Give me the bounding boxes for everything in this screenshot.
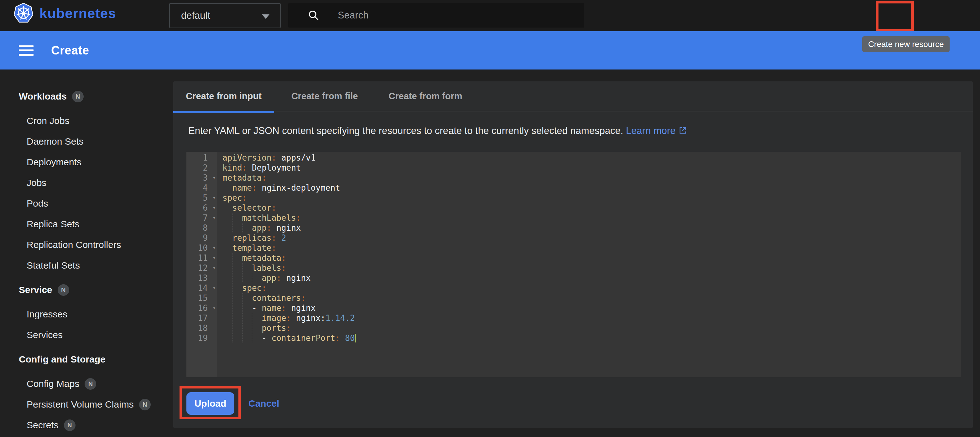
instruction-text: Enter YAML or JSON content specifying th… [188, 125, 687, 136]
sidebar-item-daemon-sets[interactable]: Daemon Sets [0, 131, 173, 152]
sidebar-label: Stateful Sets [27, 260, 80, 271]
fold-arrow-icon[interactable]: ▾ [213, 173, 216, 183]
top-bar: kubernetes default Search + [0, 0, 980, 31]
search-icon [308, 10, 320, 21]
fold-arrow-icon[interactable]: ▾ [213, 253, 216, 263]
line-number: 9 [186, 233, 217, 243]
code-line: app: nginx [217, 223, 961, 233]
line-number: 3▾ [186, 173, 217, 183]
code-line: metadata: [217, 253, 961, 263]
search-placeholder: Search [338, 10, 368, 21]
line-number: 12▾ [186, 263, 217, 273]
line-number: 2 [186, 163, 217, 173]
fold-arrow-icon[interactable]: ▾ [213, 283, 216, 293]
namespaced-badge: N [64, 420, 75, 431]
code-line: name: nginx-deployment [217, 183, 961, 193]
sidebar-label: Deployments [27, 157, 81, 168]
sidebar-item-jobs[interactable]: Jobs [0, 173, 173, 193]
search-bar[interactable]: Search [288, 3, 584, 27]
kubernetes-dashboard: kubernetes default Search + [0, 0, 980, 437]
sidebar-label: Secrets [27, 420, 59, 431]
sidebar-label: Pods [27, 198, 48, 209]
external-link-icon [679, 126, 687, 135]
code-line: containers: [217, 293, 961, 303]
line-number: 7▾ [186, 213, 217, 223]
line-number: 4 [186, 183, 217, 193]
namespaced-badge: N [72, 91, 84, 102]
sidebar-item-ingresses[interactable]: Ingresses [0, 304, 173, 325]
line-number: 19 [186, 333, 217, 343]
code-line: - name: nginx [217, 303, 961, 313]
sidebar-item-pods[interactable]: Pods [0, 193, 173, 214]
code-line: apiVersion: apps/v1 [217, 153, 961, 163]
line-number: 17 [186, 313, 217, 323]
namespaced-badge: N [84, 378, 96, 390]
namespaced-badge: N [139, 399, 151, 410]
annotation-highlight-create-button [876, 1, 914, 32]
line-number: 16▾ [186, 303, 217, 313]
tooltip-create-new-resource: Create new resource [862, 36, 950, 52]
fold-arrow-icon[interactable]: ▾ [213, 193, 216, 203]
namespaced-badge: N [58, 284, 69, 296]
upload-button[interactable]: Upload [186, 392, 234, 415]
sidebar-section-service[interactable]: ServiceN [0, 280, 173, 300]
page-title: Create [51, 44, 89, 57]
namespace-value: default [181, 10, 210, 21]
editor-gutter: 123▾45▾6▾7▾8910▾11▾12▾1314▾1516▾171819 [186, 152, 217, 377]
menu-icon[interactable] [19, 45, 33, 56]
code-line: - containerPort: 80 [217, 333, 961, 343]
tab-create-from-form[interactable]: Create from form [375, 81, 476, 111]
kubernetes-logo[interactable]: kubernetes [13, 3, 116, 24]
line-number: 8 [186, 223, 217, 233]
code-line: metadata: [217, 173, 961, 183]
sidebar-label: Replica Sets [27, 219, 79, 230]
code-line: image: nginx:1.14.2 [217, 313, 961, 323]
fold-arrow-icon[interactable]: ▾ [213, 243, 216, 253]
sidebar-label: Service [19, 285, 52, 295]
text-cursor [355, 334, 356, 342]
line-number: 15 [186, 293, 217, 303]
fold-arrow-icon[interactable]: ▾ [213, 263, 216, 273]
fold-arrow-icon[interactable]: ▾ [213, 213, 216, 223]
line-number: 14▾ [186, 283, 217, 293]
code-line: matchLabels: [217, 213, 961, 223]
code-line: template: [217, 243, 961, 253]
sidebar-item-deployments[interactable]: Deployments [0, 152, 173, 173]
code-line: selector: [217, 203, 961, 213]
sidebar-item-cron-jobs[interactable]: Cron Jobs [0, 111, 173, 131]
fold-arrow-icon[interactable]: ▾ [213, 303, 216, 313]
sidebar: WorkloadsNCron JobsDaemon SetsDeployment… [0, 70, 173, 435]
tab-bar: Create from inputCreate from fileCreate … [173, 81, 973, 111]
sidebar-item-config-maps[interactable]: Config MapsN [0, 374, 173, 394]
cancel-button[interactable]: Cancel [240, 392, 287, 415]
tab-create-from-input[interactable]: Create from input [173, 81, 274, 111]
tab-create-from-file[interactable]: Create from file [274, 81, 375, 111]
namespace-selector[interactable]: default [169, 3, 281, 28]
sidebar-section-config-and-storage[interactable]: Config and Storage [0, 349, 173, 370]
code-line: app: nginx [217, 273, 961, 283]
fold-arrow-icon[interactable]: ▾ [213, 203, 216, 213]
logo-text: kubernetes [40, 6, 116, 21]
line-number: 1 [186, 153, 217, 163]
sidebar-label: Cron Jobs [27, 116, 70, 126]
code-line: spec: [217, 283, 961, 293]
sidebar-label: Daemon Sets [27, 136, 84, 147]
sidebar-label: Jobs [27, 177, 46, 188]
sidebar-label: Workloads [19, 91, 67, 102]
code-line: spec: [217, 193, 961, 203]
sidebar-item-services[interactable]: Services [0, 325, 173, 345]
sidebar-item-stateful-sets[interactable]: Stateful Sets [0, 255, 173, 276]
line-number: 13 [186, 273, 217, 283]
line-number: 18 [186, 323, 217, 333]
create-panel: Create from inputCreate from fileCreate … [173, 81, 973, 428]
sidebar-label: Config Maps [27, 378, 79, 389]
yaml-editor[interactable]: 123▾45▾6▾7▾8910▾11▾12▾1314▾1516▾171819 a… [186, 152, 961, 377]
sidebar-section-workloads[interactable]: WorkloadsN [0, 86, 173, 107]
sidebar-item-replica-sets[interactable]: Replica Sets [0, 214, 173, 234]
sidebar-item-persistent-volume-claims[interactable]: Persistent Volume ClaimsN [0, 394, 173, 415]
sidebar-label: Services [27, 329, 63, 340]
sidebar-item-secrets[interactable]: SecretsN [0, 415, 173, 435]
line-number: 10▾ [186, 243, 217, 253]
learn-more-link[interactable]: Learn more [626, 125, 687, 136]
sidebar-item-replication-controllers[interactable]: Replication Controllers [0, 234, 173, 255]
